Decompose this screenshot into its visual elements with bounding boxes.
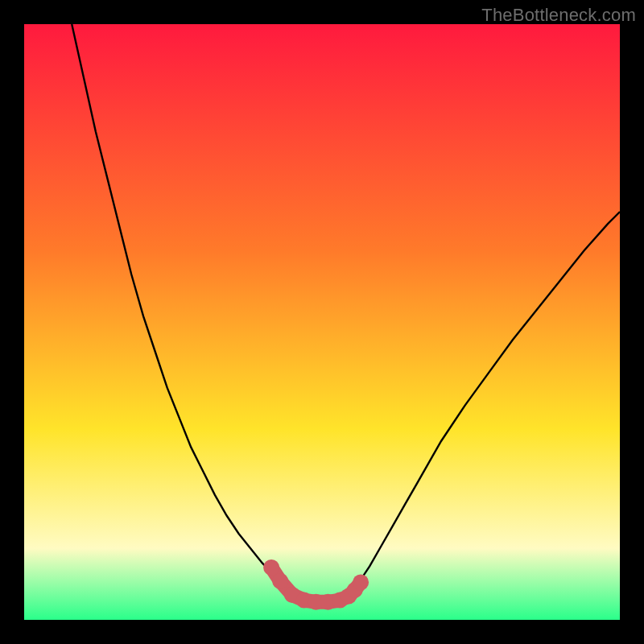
plateau-marker <box>263 559 279 576</box>
watermark-text: TheBottleneck.com <box>481 5 636 26</box>
bottleneck-chart <box>24 24 620 620</box>
gradient-background <box>24 24 620 620</box>
plateau-marker <box>353 574 369 590</box>
plot-area <box>24 24 620 620</box>
chart-frame: TheBottleneck.com <box>0 0 644 644</box>
plateau-marker <box>272 573 288 589</box>
